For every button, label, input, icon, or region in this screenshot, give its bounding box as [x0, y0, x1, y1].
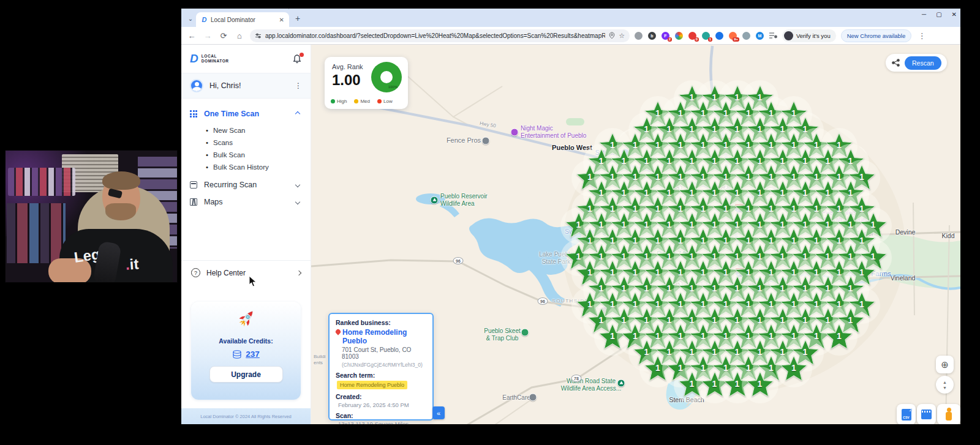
user-menu-icon[interactable]: ⋮ — [295, 81, 302, 90]
extension-icon[interactable]: F2 — [662, 32, 669, 40]
profile-avatar — [784, 31, 793, 40]
green-poi-icon[interactable] — [521, 329, 529, 337]
created-label: Created: — [336, 393, 426, 400]
collectibles-shelf — [7, 203, 66, 263]
share-icon[interactable] — [892, 59, 900, 67]
green-tree-poi-icon[interactable] — [617, 380, 625, 387]
extension-icon[interactable]: 0 — [688, 32, 696, 40]
sidebar: D LOCAL DOMINATOR Hi, Chris! ⋮ One Time — [181, 45, 311, 424]
maximize-icon[interactable]: ▢ — [936, 11, 941, 18]
collectibles-shelf — [8, 168, 75, 196]
extension-icon[interactable]: 1 — [702, 32, 710, 40]
grid-icon — [190, 110, 197, 118]
sidebar-subitem-bulk-scan-history[interactable]: Bulk Scan History — [206, 161, 302, 173]
map-pin-icon — [334, 328, 341, 335]
close-icon[interactable]: ✕ — [952, 11, 957, 18]
street-view-button[interactable] — [937, 404, 960, 424]
reading-list-icon[interactable] — [769, 32, 777, 39]
avg-rank-card: Avg. Rank 1.00 100% HighMedLow — [325, 57, 408, 109]
user-avatar — [190, 79, 203, 92]
forward-icon[interactable]: → — [202, 31, 213, 40]
user-row[interactable]: Hi, Chris! ⋮ — [181, 73, 311, 99]
extension-icon[interactable] — [635, 32, 643, 40]
home-icon[interactable]: ⌂ — [234, 31, 245, 40]
new-tab-button[interactable]: + — [292, 12, 304, 24]
sidebar-subitem-new-scan[interactable]: New Scan — [206, 124, 302, 136]
minimize-icon[interactable]: ─ — [922, 11, 926, 18]
recenter-button[interactable]: ⊕ — [936, 356, 954, 373]
extension-icon[interactable] — [675, 32, 683, 40]
tab-search-icon[interactable]: ⌄ — [185, 12, 196, 24]
purple-poi-icon[interactable] — [511, 129, 519, 136]
chevron-down-icon — [295, 182, 300, 187]
calendar-icon — [190, 181, 197, 189]
extension-icon[interactable]: b — [648, 32, 656, 40]
sidebar-nav: One Time Scan New ScanScansBulk ScanBulk… — [181, 99, 311, 210]
business-name-link[interactable]: Home Remodeling Pueblo — [336, 328, 426, 345]
person-beard — [105, 203, 136, 220]
window-controls: ─ ▢ ✕ — [922, 11, 957, 18]
export-csv-button[interactable]: CSV — [897, 404, 916, 424]
app-logo[interactable]: D LOCAL DOMINATOR — [181, 45, 311, 70]
sidebar-footer: Local Dominator © 2024 All Rights Reserv… — [181, 408, 311, 424]
reload-icon[interactable]: ⟳ — [218, 31, 229, 40]
logo-text: LOCAL DOMINATOR — [202, 54, 229, 64]
upgrade-button[interactable]: Upgrade — [209, 366, 283, 383]
greeting-text: Hi, Chris! — [209, 81, 241, 90]
browser-window: ⌄ MASTER Daily Schedule and Ta...✕(1) Ra… — [181, 9, 960, 424]
browser-tab[interactable]: DLocal Dominator✕ — [196, 12, 289, 27]
rank-marker[interactable]: 1 — [779, 354, 809, 384]
search-term-value: Home Remodeling Pueblo — [337, 381, 407, 389]
site-settings-icon[interactable] — [255, 32, 262, 39]
bookmark-star-icon[interactable]: ☆ — [619, 32, 625, 40]
app-content: D LOCAL DOMINATOR Hi, Chris! ⋮ One Time — [181, 45, 960, 424]
rank-marker[interactable]: 1 — [824, 323, 854, 352]
close-tab-icon[interactable]: ✕ — [279, 17, 284, 23]
webcam-overlay: Leg .it — [5, 150, 178, 283]
notification-badge — [300, 53, 304, 57]
browser-menu-icon[interactable]: ⋮ — [916, 31, 927, 40]
extension-icon[interactable] — [742, 32, 750, 40]
chevron-right-icon — [296, 270, 301, 275]
notification-bell-icon[interactable] — [292, 54, 302, 64]
pan-control[interactable]: ▲▼ — [936, 376, 954, 394]
sidebar-subitem-bulk-scan[interactable]: Bulk Scan — [206, 149, 302, 161]
legend-item: Med — [354, 99, 370, 104]
extensions-container: bF2019+M — [635, 32, 764, 40]
mouse-cursor — [249, 275, 257, 288]
credits-card: Available Credits: 237 Upgrade — [191, 302, 301, 400]
map[interactable]: Hwy 50Fence ProsNight MagicEntertainment… — [311, 45, 960, 424]
map-actions-bar: Rescan — [886, 54, 947, 72]
location-pin-icon[interactable] — [609, 32, 615, 39]
extension-icon[interactable]: M — [756, 32, 764, 40]
chrome-update-button[interactable]: New Chrome available — [841, 29, 912, 42]
extension-icon[interactable] — [715, 32, 723, 40]
sidebar-item-maps[interactable]: Maps — [190, 194, 302, 210]
pegman-icon — [946, 408, 952, 421]
rescan-button[interactable]: Rescan — [905, 56, 941, 70]
one-time-scan-subitems: New ScanScansBulk ScanBulk Scan History — [190, 123, 302, 177]
ranked-business-card: Ranked business: Home Remodeling Pueblo … — [328, 313, 434, 421]
url-bar[interactable]: app.localdominator.co/dashboard/?selecte… — [250, 29, 630, 42]
sidebar-subitem-scans[interactable]: Scans — [206, 136, 302, 149]
coins-icon — [232, 350, 242, 359]
help-center-button[interactable]: ? Help Center — [181, 260, 311, 285]
shirt-text: .it — [125, 255, 139, 273]
url-text: app.localdominator.co/dashboard/?selecte… — [265, 32, 605, 39]
business-settings-button[interactable] — [917, 404, 936, 424]
rank-marker[interactable]: 1 — [745, 370, 775, 400]
back-icon[interactable]: ← — [186, 31, 197, 40]
legend-item: Low — [377, 99, 393, 104]
chevron-up-icon — [295, 111, 300, 116]
credits-value[interactable]: 237 — [246, 350, 260, 359]
gray-poi-icon[interactable] — [482, 137, 490, 145]
sidebar-item-one-time-scan[interactable]: One Time Scan — [190, 106, 302, 122]
scan-label: Scan: — [336, 412, 426, 419]
ld-favicon: D — [201, 17, 208, 23]
collapse-card-button[interactable]: « — [432, 406, 445, 419]
sidebar-item-recurring-scan[interactable]: Recurring Scan — [190, 177, 302, 193]
profile-chip[interactable]: Verify it's you — [782, 29, 836, 42]
extension-icon[interactable]: 9+ — [729, 32, 737, 40]
gray-poi-icon[interactable] — [529, 394, 537, 402]
green-tree-poi-icon[interactable] — [431, 196, 439, 204]
